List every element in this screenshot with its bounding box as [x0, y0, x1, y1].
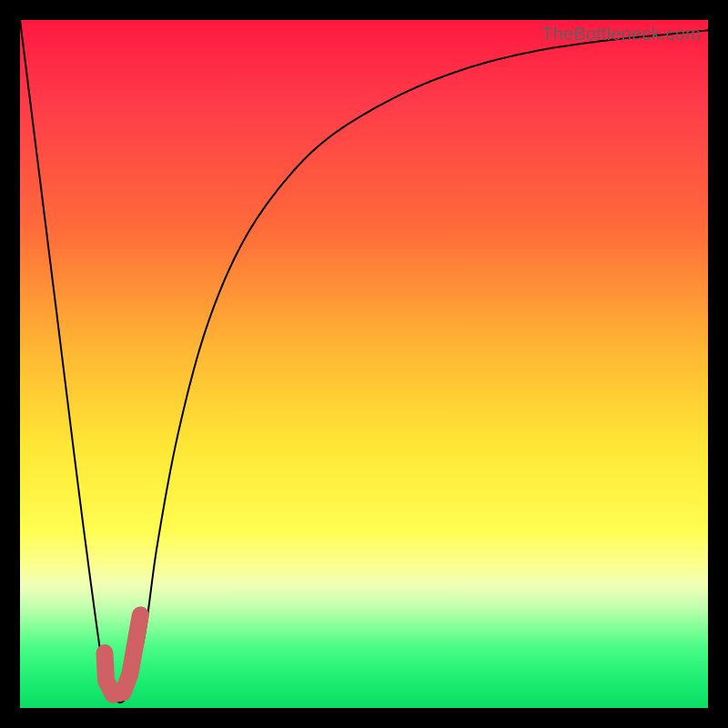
plot-area: TheBottleneck.com: [20, 20, 708, 708]
curve-layer: [20, 20, 708, 708]
bottleneck-curve: [20, 20, 708, 703]
j-mark: [105, 615, 140, 694]
chart-frame: TheBottleneck.com: [0, 0, 728, 728]
